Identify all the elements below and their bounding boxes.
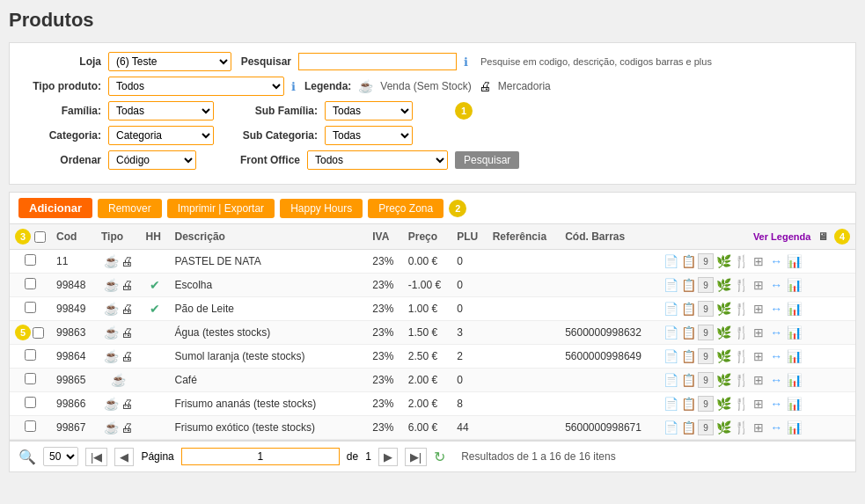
copy-icon[interactable]: 📋 <box>680 277 696 293</box>
row-checkbox[interactable] <box>25 254 36 266</box>
fork-icon[interactable]: 🍴 <box>733 325 749 340</box>
edit-icon[interactable]: 📄 <box>663 396 678 412</box>
edit-icon[interactable]: 📄 <box>663 301 678 317</box>
stock-icon[interactable]: 🌿 <box>715 301 731 317</box>
prev-page-button[interactable]: ◀ <box>114 448 134 466</box>
edit-icon[interactable]: 📄 <box>663 253 678 269</box>
edit-icon[interactable]: 📄 <box>663 277 678 293</box>
fork-icon[interactable]: 🍴 <box>733 420 749 435</box>
grid-icon[interactable]: ⊞ <box>751 301 766 317</box>
first-page-button[interactable]: |◀ <box>85 448 107 466</box>
loja-select[interactable]: (6) Teste <box>108 52 231 71</box>
chart-icon[interactable]: 📊 <box>786 301 802 317</box>
arrows-icon[interactable]: ↔ <box>768 253 784 269</box>
chart-icon[interactable]: 📊 <box>786 277 802 293</box>
stock-icon[interactable]: 🌿 <box>715 277 731 293</box>
copy-icon[interactable]: 📋 <box>680 348 696 364</box>
stock-icon[interactable]: 🌿 <box>715 253 731 269</box>
edit-icon[interactable]: 📄 <box>663 420 678 435</box>
arrows-icon[interactable]: ↔ <box>768 420 784 435</box>
grid-icon[interactable]: ⊞ <box>751 348 766 364</box>
cell-tipo: ☕🖨 <box>96 297 141 321</box>
barcode-icon[interactable]: 9 <box>698 277 714 293</box>
chart-icon[interactable]: 📊 <box>786 396 802 412</box>
row-checkbox[interactable] <box>25 349 36 361</box>
barcode-icon[interactable]: 9 <box>698 348 714 364</box>
stock-icon[interactable]: 🌿 <box>715 396 731 412</box>
row-checkbox[interactable] <box>25 397 36 408</box>
ordenar-select[interactable]: Código <box>108 150 196 170</box>
arrows-icon[interactable]: ↔ <box>768 396 784 412</box>
fork-icon[interactable]: 🍴 <box>733 372 749 388</box>
table-row: 99849☕🖨✔Pão de Leite23%1.00 €0 📄 📋 9 🌿 🍴… <box>10 297 855 321</box>
grid-icon[interactable]: ⊞ <box>751 277 766 293</box>
sub-categoria-select[interactable]: Todas <box>325 126 413 145</box>
grid-icon[interactable]: ⊞ <box>751 420 766 435</box>
cell-plu: 3 <box>451 321 487 345</box>
page-input[interactable] <box>181 448 340 465</box>
fork-icon[interactable]: 🍴 <box>733 277 749 293</box>
arrows-icon[interactable]: ↔ <box>768 277 784 293</box>
copy-icon[interactable]: 📋 <box>680 372 696 388</box>
stock-icon[interactable]: 🌿 <box>715 372 731 388</box>
copy-icon[interactable]: 📋 <box>680 396 696 412</box>
per-page-select[interactable]: 50 <box>43 447 78 466</box>
row-checkbox[interactable] <box>25 420 36 432</box>
familia-select[interactable]: Todas <box>108 101 214 121</box>
sub-familia-select[interactable]: Todas <box>325 101 413 121</box>
edit-icon[interactable]: 📄 <box>663 372 678 388</box>
chart-icon[interactable]: 📊 <box>786 420 802 435</box>
adicionar-button[interactable]: Adicionar <box>18 198 92 218</box>
grid-icon[interactable]: ⊞ <box>751 325 766 340</box>
fork-icon[interactable]: 🍴 <box>733 396 749 412</box>
stock-icon[interactable]: 🌿 <box>715 420 731 435</box>
imprimir-button[interactable]: Imprimir | Exportar <box>167 199 275 218</box>
arrows-icon[interactable]: ↔ <box>768 372 784 388</box>
barcode-icon[interactable]: 9 <box>698 325 714 340</box>
copy-icon[interactable]: 📋 <box>680 301 696 317</box>
barcode-icon[interactable]: 9 <box>698 396 714 412</box>
fork-icon[interactable]: 🍴 <box>733 253 749 269</box>
last-page-button[interactable]: ▶| <box>405 448 427 466</box>
row-checkbox[interactable] <box>25 302 36 313</box>
pesquisar-button[interactable]: Pesquisar <box>455 151 519 169</box>
row-checkbox[interactable] <box>25 373 36 384</box>
row-checkbox[interactable] <box>33 327 44 339</box>
chart-icon[interactable]: 📊 <box>786 253 802 269</box>
row-checkbox[interactable] <box>25 278 36 289</box>
grid-icon[interactable]: ⊞ <box>751 396 766 412</box>
next-page-button[interactable]: ▶ <box>378 448 398 466</box>
barcode-icon[interactable]: 9 <box>698 301 714 317</box>
barcode-icon[interactable]: 9 <box>698 420 714 435</box>
search-input[interactable] <box>298 53 457 70</box>
fork-icon[interactable]: 🍴 <box>733 348 749 364</box>
arrows-icon[interactable]: ↔ <box>768 325 784 340</box>
chart-icon[interactable]: 📊 <box>786 348 802 364</box>
refresh-icon[interactable]: ↻ <box>434 449 445 465</box>
categoria-select[interactable]: Categoria <box>108 126 214 145</box>
copy-icon[interactable]: 📋 <box>680 253 696 269</box>
copy-icon[interactable]: 📋 <box>680 420 696 435</box>
edit-icon[interactable]: 📄 <box>663 325 678 340</box>
remover-button[interactable]: Remover <box>98 199 162 218</box>
select-all-checkbox[interactable] <box>34 231 46 243</box>
front-office-select[interactable]: Todos <box>307 150 448 170</box>
arrows-icon[interactable]: ↔ <box>768 301 784 317</box>
barcode-icon[interactable]: 9 <box>698 372 714 388</box>
grid-icon[interactable]: ⊞ <box>751 253 766 269</box>
chart-icon[interactable]: 📊 <box>786 372 802 388</box>
fork-icon[interactable]: 🍴 <box>733 301 749 317</box>
stock-icon[interactable]: 🌿 <box>715 325 731 340</box>
grid-icon[interactable]: ⊞ <box>751 372 766 388</box>
preco-zona-button[interactable]: Preço Zona <box>368 199 443 218</box>
ver-legenda-link[interactable]: Ver Legenda <box>753 231 810 242</box>
barcode-icon[interactable]: 9 <box>698 253 714 269</box>
chart-icon[interactable]: 📊 <box>786 325 802 340</box>
tipo-produto-select[interactable]: Todos <box>108 77 284 96</box>
happy-hours-button[interactable]: Happy Hours <box>280 199 363 218</box>
copy-icon[interactable]: 📋 <box>680 325 696 340</box>
stock-icon[interactable]: 🌿 <box>715 348 731 364</box>
arrows-icon[interactable]: ↔ <box>768 348 784 364</box>
edit-icon[interactable]: 📄 <box>663 348 678 364</box>
cell-cod: 99867 <box>51 416 96 440</box>
